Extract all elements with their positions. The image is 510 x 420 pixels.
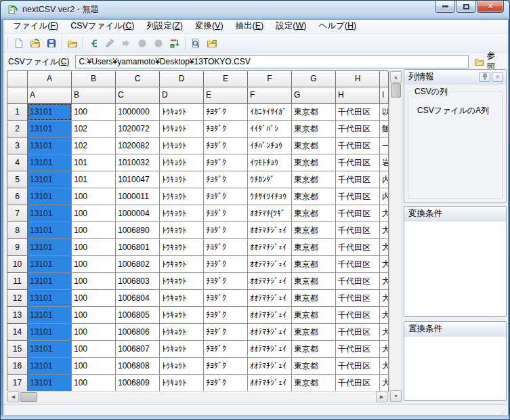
field-header-F[interactable]: F (248, 87, 292, 104)
cell-E-12[interactable]: ﾁﾖﾀﾞｸ (204, 290, 248, 307)
row-header-12[interactable]: 12 (7, 290, 28, 307)
cell-H-6[interactable]: 千代田区 (336, 188, 380, 205)
cell-I-1[interactable]: 以 (380, 104, 389, 121)
menu-csv-file[interactable]: CSVファイル(C) (64, 19, 140, 34)
cell-A-2[interactable]: 13101 (28, 121, 72, 138)
field-header-B[interactable]: B (72, 87, 116, 104)
cell-I-12[interactable]: 大 (380, 290, 389, 307)
cell-H-2[interactable]: 千代田区 (336, 121, 380, 138)
cell-C-16[interactable]: 1006808 (116, 358, 160, 375)
pin-button[interactable] (479, 72, 490, 82)
cell-F-3[interactable]: ｲﾁﾊﾞﾝﾁｮｳ (248, 138, 292, 154)
cell-C-5[interactable]: 1010047 (116, 171, 160, 188)
row-header-6[interactable]: 6 (7, 188, 28, 205)
cell-D-10[interactable]: ﾄｳｷｮｳﾄ (160, 256, 204, 273)
cell-E-10[interactable]: ﾁﾖﾀﾞｸ (204, 256, 248, 273)
cell-H-10[interactable]: 千代田区 (336, 256, 380, 273)
field-header-H[interactable]: H (336, 87, 380, 104)
cell-D-4[interactable]: ﾄｳｷｮｳﾄ (160, 154, 204, 171)
cell-C-11[interactable]: 1006803 (116, 273, 160, 290)
record-b-button[interactable] (150, 35, 167, 51)
scroll-left-button[interactable]: ◀ (7, 392, 19, 402)
cell-I-11[interactable]: 大 (380, 273, 389, 290)
cell-F-5[interactable]: ｳﾁｶﾝﾀﾞ (248, 171, 292, 188)
cell-H-12[interactable]: 千代田区 (336, 290, 380, 307)
column-header-D[interactable]: D (160, 71, 204, 87)
cell-G-1[interactable]: 東京都 (292, 104, 336, 121)
cell-H-3[interactable]: 千代田区 (336, 138, 380, 154)
cell-C-2[interactable]: 1020072 (116, 121, 160, 138)
row-header-4[interactable]: 4 (7, 154, 28, 171)
cell-I-17[interactable]: 大 (380, 375, 389, 392)
cell-H-9[interactable]: 千代田区 (336, 239, 380, 256)
cell-D-12[interactable]: ﾄｳｷｮｳﾄ (160, 290, 204, 307)
convert-conditions-list[interactable] (404, 222, 506, 317)
row-header-3[interactable]: 3 (7, 138, 28, 154)
panel-close-button[interactable]: ✕ (492, 72, 503, 82)
cell-D-15[interactable]: ﾄｳｷｮｳﾄ (160, 341, 204, 358)
cell-B-9[interactable]: 100 (72, 239, 116, 256)
row-header-15[interactable]: 15 (7, 341, 28, 358)
cell-F-4[interactable]: ｲﾜﾓﾄﾁｮｳ (248, 154, 292, 171)
cell-H-11[interactable]: 千代田区 (336, 273, 380, 290)
cell-H-16[interactable]: 千代田区 (336, 358, 380, 375)
cell-C-17[interactable]: 1006809 (116, 375, 160, 392)
menu-file[interactable]: ファイル(F) (7, 19, 64, 34)
cell-I-13[interactable]: 大 (380, 307, 389, 324)
cell-C-9[interactable]: 1006801 (116, 239, 160, 256)
cell-E-3[interactable]: ﾁﾖﾀﾞｸ (204, 138, 248, 154)
cell-G-9[interactable]: 東京都 (292, 239, 336, 256)
cell-F-13[interactable]: ｵｵﾃﾏﾁｼﾞｪｲ (248, 307, 292, 324)
cell-B-1[interactable]: 100 (72, 104, 116, 121)
cell-I-3[interactable]: 一 (380, 138, 389, 154)
cell-C-13[interactable]: 1006805 (116, 307, 160, 324)
field-header-G[interactable]: G (292, 87, 336, 104)
cell-B-10[interactable]: 100 (72, 256, 116, 273)
minimize-button[interactable] (435, 0, 455, 13)
cell-A-1[interactable]: 13101 (28, 104, 72, 121)
cell-H-7[interactable]: 千代田区 (336, 205, 380, 222)
cell-E-11[interactable]: ﾁﾖﾀﾞｸ (204, 273, 248, 290)
column-header-I[interactable]: I (380, 71, 389, 87)
menu-convert[interactable]: 変換(V) (189, 19, 230, 34)
cell-E-7[interactable]: ﾁﾖﾀﾞｸ (204, 205, 248, 222)
cell-D-3[interactable]: ﾄｳｷｮｳﾄ (160, 138, 204, 154)
cell-G-12[interactable]: 東京都 (292, 290, 336, 307)
menu-extract[interactable]: 抽出(E) (230, 19, 270, 34)
menu-settings[interactable]: 設定(W) (270, 19, 312, 34)
cell-H-4[interactable]: 千代田区 (336, 154, 380, 171)
cell-A-5[interactable]: 13101 (28, 171, 72, 188)
cell-H-8[interactable]: 千代田区 (336, 222, 380, 239)
cell-F-8[interactable]: ｵｵﾃﾏﾁｼﾞｪｲ (248, 222, 292, 239)
cell-E-13[interactable]: ﾁﾖﾀﾞｸ (204, 307, 248, 324)
cell-B-8[interactable]: 100 (72, 222, 116, 239)
row-header-7[interactable]: 7 (7, 205, 28, 222)
column-header-A[interactable]: A (28, 71, 72, 87)
cell-C-1[interactable]: 1000000 (116, 104, 160, 121)
cell-C-10[interactable]: 1006802 (116, 256, 160, 273)
cell-F-2[interactable]: ｲｲﾀﾞﾊﾞｼ (248, 121, 292, 138)
field-header-I[interactable]: I (380, 87, 389, 104)
cell-B-16[interactable]: 100 (72, 358, 116, 375)
cell-G-13[interactable]: 東京都 (292, 307, 336, 324)
cell-B-13[interactable]: 100 (72, 307, 116, 324)
cell-B-15[interactable]: 100 (72, 341, 116, 358)
row-header-9[interactable]: 9 (7, 239, 28, 256)
field-header-D[interactable]: D (160, 87, 204, 104)
cell-A-6[interactable]: 13101 (28, 188, 72, 205)
cell-A-8[interactable]: 13101 (28, 222, 72, 239)
cell-G-7[interactable]: 東京都 (292, 205, 336, 222)
cell-E-5[interactable]: ﾁﾖﾀﾞｸ (204, 171, 248, 188)
column-edit-button[interactable] (85, 35, 102, 51)
row-header-17[interactable]: 17 (7, 375, 28, 392)
cell-F-16[interactable]: ｵｵﾃﾏﾁｼﾞｪｲ (248, 358, 292, 375)
cell-F-17[interactable]: ｵｵﾃﾏﾁｼﾞｪｲ (248, 375, 292, 392)
cell-G-2[interactable]: 東京都 (292, 121, 336, 138)
cell-G-3[interactable]: 東京都 (292, 138, 336, 154)
cell-F-12[interactable]: ｵｵﾃﾏﾁｼﾞｪｲ (248, 290, 292, 307)
close-button[interactable]: ✕ (477, 0, 504, 13)
cell-E-17[interactable]: ﾁﾖﾀﾞｸ (204, 375, 248, 392)
scroll-down-button[interactable]: ▼ (390, 390, 402, 402)
cell-I-2[interactable]: 飯 (380, 121, 389, 138)
record-a-button[interactable] (134, 35, 150, 51)
